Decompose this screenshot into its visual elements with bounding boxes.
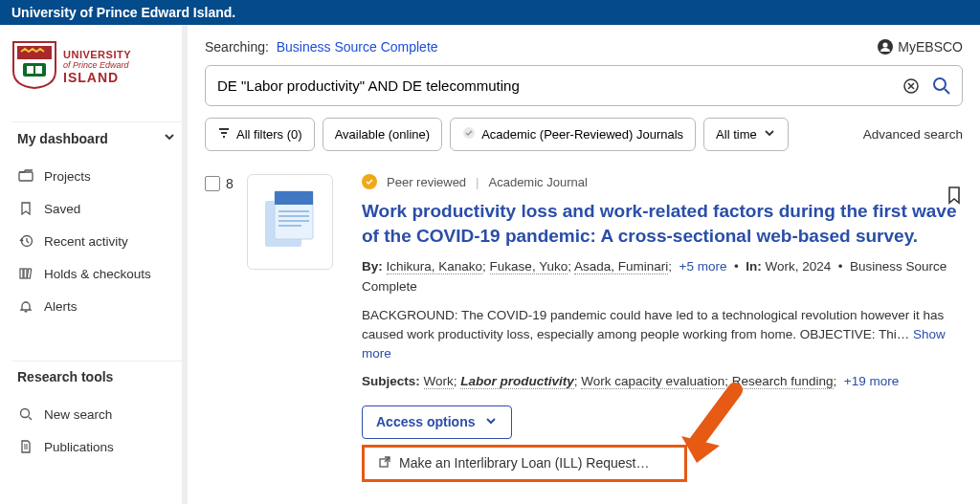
author-link[interactable]: Fukase, Yuko — [490, 259, 568, 274]
svg-rect-0 — [17, 46, 52, 59]
peer-reviewed-label: Peer reviewed — [387, 175, 466, 189]
subject-link[interactable]: Work — [424, 374, 454, 389]
searching-source-link[interactable]: Business Source Complete — [277, 39, 438, 55]
subject-link[interactable]: Research funding — [732, 374, 834, 389]
logo-line1: UNIVERSITY — [63, 49, 131, 60]
bookmark-button[interactable] — [946, 186, 963, 208]
sidebar-item-publications[interactable]: Publications — [11, 430, 182, 463]
sidebar-item-holds[interactable]: Holds & checkouts — [11, 257, 182, 290]
all-filters-button[interactable]: All filters (0) — [205, 118, 315, 151]
author-link[interactable]: Ichikura, Kanako — [387, 259, 483, 274]
user-icon — [877, 38, 894, 55]
sidebar-item-label: Saved — [44, 202, 80, 216]
sidebar-item-recent[interactable]: Recent activity — [11, 225, 182, 257]
svg-rect-8 — [27, 269, 31, 278]
advanced-search-link[interactable]: Advanced search — [863, 127, 963, 142]
svg-rect-18 — [278, 210, 309, 212]
search-input[interactable] — [215, 74, 901, 98]
institution-logo: UNIVERSITY of Prince Edward ISLAND — [11, 40, 182, 93]
select-result-checkbox[interactable] — [205, 176, 220, 191]
access-options-button[interactable]: Access options — [362, 405, 512, 439]
sidebar-item-label: Projects — [44, 169, 91, 184]
search-button[interactable] — [931, 76, 952, 97]
clear-search-button[interactable] — [901, 76, 922, 97]
subjects-label: Subjects: — [362, 374, 420, 388]
books-icon — [17, 265, 34, 282]
chevron-down-icon — [484, 414, 498, 430]
svg-rect-6 — [20, 269, 23, 278]
sidebar: UNIVERSITY of Prince Edward ISLAND My da… — [0, 25, 188, 504]
svg-rect-4 — [19, 172, 33, 181]
myebsco-link[interactable]: MyEBSCO — [877, 38, 963, 55]
shield-icon — [11, 40, 57, 93]
sidebar-item-projects[interactable]: Projects — [11, 160, 182, 192]
peer-icon — [462, 126, 476, 142]
authors-more-link[interactable]: +5 more — [679, 259, 727, 274]
bell-icon — [17, 297, 34, 315]
abstract-text: BACKGROUND: The COVID-19 pandemic could … — [362, 308, 944, 341]
access-options-label: Access options — [376, 414, 475, 429]
document-icon — [17, 438, 34, 455]
peer-filter-label: Academic (Peer-Reviewed) Journals — [481, 127, 683, 142]
search-icon — [17, 405, 34, 423]
sidebar-item-label: Publications — [44, 440, 114, 454]
research-tools-title: Research tools — [11, 361, 182, 392]
dashboard-title: My dashboard — [17, 131, 108, 146]
svg-rect-7 — [24, 269, 27, 278]
result-thumbnail — [247, 174, 333, 270]
svg-rect-20 — [278, 220, 309, 222]
alltime-label: All time — [716, 127, 757, 142]
research-nav: New search Publications — [11, 398, 182, 463]
ill-request-option[interactable]: Make an Interlibrary Loan (ILL) Request… — [362, 445, 687, 482]
subject-link[interactable]: Labor productivity — [460, 374, 574, 389]
result-title-link[interactable]: Work productivity loss and work-related … — [362, 199, 963, 248]
subject-link[interactable]: Work capacity evaluation — [581, 374, 724, 389]
search-box — [205, 65, 963, 106]
alltime-filter-button[interactable]: All time — [703, 118, 789, 151]
svg-point-13 — [934, 78, 946, 90]
top-org-label: University of Prince Edward Island. — [11, 5, 235, 20]
peer-reviewed-filter-button[interactable]: Academic (Peer-Reviewed) Journals — [450, 118, 696, 151]
sidebar-item-label: Holds & checkouts — [44, 267, 151, 281]
svg-point-9 — [21, 409, 30, 418]
ill-request-label: Make an Interlibrary Loan (ILL) Request… — [399, 455, 649, 471]
svg-rect-17 — [275, 191, 313, 205]
chevron-down-icon — [763, 126, 776, 142]
by-label: By: — [362, 259, 383, 274]
svg-rect-3 — [35, 66, 42, 74]
subjects-more-link[interactable]: +19 more — [844, 374, 899, 388]
sidebar-item-label: Alerts — [44, 299, 78, 314]
sidebar-item-saved[interactable]: Saved — [11, 192, 182, 225]
peer-check-icon — [362, 174, 377, 189]
logo-line2: of Prince Edward — [63, 60, 131, 70]
top-org-bar: University of Prince Edward Island. — [0, 0, 980, 25]
result-type-label: Academic Journal — [489, 175, 588, 189]
in-value: Work, 2024 — [765, 259, 831, 274]
dashboard-toggle[interactable]: My dashboard — [11, 121, 182, 154]
myebsco-label: MyEBSCO — [898, 39, 963, 55]
svg-rect-19 — [278, 215, 309, 217]
all-filters-label: All filters (0) — [236, 127, 302, 142]
dashboard-nav: Projects Saved Recent activity Holds & c… — [11, 160, 182, 322]
svg-rect-2 — [27, 66, 33, 74]
in-label: In: — [746, 259, 762, 274]
sidebar-item-new-search[interactable]: New search — [11, 398, 182, 430]
svg-point-11 — [883, 42, 888, 47]
chevron-down-icon — [163, 130, 176, 146]
sidebar-item-alerts[interactable]: Alerts — [11, 290, 182, 322]
filter-icon — [217, 126, 231, 142]
author-link[interactable]: Asada, Fuminari — [574, 259, 668, 274]
history-icon — [17, 232, 34, 250]
svg-rect-21 — [278, 225, 301, 227]
logo-line3: ISLAND — [63, 70, 131, 85]
sidebar-item-label: New search — [44, 407, 112, 422]
sidebar-item-label: Recent activity — [44, 234, 128, 249]
result-number: 8 — [226, 176, 234, 191]
searching-label: Searching: — [205, 39, 269, 55]
content-area: Searching: Business Source Complete MyEB… — [188, 25, 980, 504]
external-link-icon — [378, 455, 391, 471]
available-filter-button[interactable]: Available (online) — [323, 118, 443, 151]
folder-icon — [17, 167, 34, 185]
bookmark-icon — [17, 200, 34, 217]
svg-rect-1 — [23, 63, 46, 77]
